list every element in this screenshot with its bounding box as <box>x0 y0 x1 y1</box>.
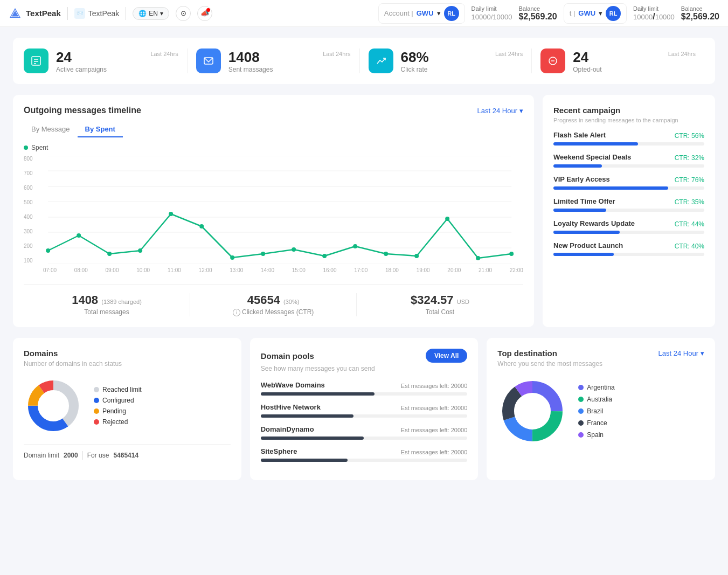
app-icon-area: 📨 TextPeak <box>74 8 120 19</box>
legend-color-0 <box>94 387 99 392</box>
legend-label-0: Reached limit <box>102 386 142 393</box>
stats-row: 24 Active campaigns Last 24hrs 1408 Sent… <box>13 38 715 84</box>
campaign-name-0: Flash Sale Alert <box>553 131 606 139</box>
svg-point-26 <box>322 254 327 258</box>
dest-time-filter[interactable]: Last 24 Hour ▾ <box>658 349 704 357</box>
dest-content: Argentina Australia Brazil France <box>497 376 704 446</box>
dest-chevron: ▾ <box>701 349 704 357</box>
pool-bar-fill-3 <box>261 459 348 462</box>
click-rate-sub: Last 24hrs <box>495 51 523 57</box>
ctr-val: 45654 (30%) <box>199 293 348 307</box>
campaign-name-2: VIP Early Access <box>553 175 610 183</box>
account-selector-2[interactable]: t | GWU ▾ RL <box>564 3 627 24</box>
account-selector[interactable]: Account | GWU ▾ RL <box>378 3 465 24</box>
campaign-item-0: Flash Sale Alert CTR: 56% <box>553 131 704 146</box>
tab-by-spent[interactable]: By Spent <box>78 122 123 137</box>
timeline-footer: 1408 (1389 charged) Total messages 45654… <box>24 284 523 316</box>
click-rate-num: 68% <box>401 49 488 66</box>
dest-color-australia <box>578 397 584 402</box>
lang-label: EN <box>149 10 158 17</box>
campaign-ctr-3: CTR: 35% <box>675 198 704 206</box>
timeline-card: Outgoing messages timeline Last 24 Hour … <box>13 95 534 327</box>
legend-color-2 <box>94 408 99 414</box>
campaign-ctr-0: CTR: 56% <box>675 132 704 140</box>
footer-ctr: 45654 (30%) i Clicked Messages (CTR) <box>190 293 357 316</box>
y-axis-labels: 800 700 600 500 400 300 200 100 <box>24 156 36 264</box>
click-rate-info: 68% Click rate <box>401 49 488 73</box>
legend-item-1: Configured <box>94 397 142 404</box>
domain-use-value: 5465414 <box>113 452 138 459</box>
destination-legend: Argentina Australia Brazil France <box>578 384 614 439</box>
campaigns-list: Flash Sale Alert CTR: 56% Weekend Specia… <box>553 131 704 256</box>
account-chevron-2: ▾ <box>599 9 602 17</box>
legend-color-1 <box>94 398 99 403</box>
svg-point-22 <box>199 224 204 228</box>
opted-out-sub: Last 24hrs <box>668 51 696 57</box>
opted-out-label: Opted-out <box>573 66 660 73</box>
svg-point-37 <box>38 391 68 421</box>
sent-messages-num: 1408 <box>228 49 315 66</box>
total-messages-sub: (1389 charged) <box>101 299 142 305</box>
account-chevron: ▾ <box>437 9 441 17</box>
pool-name-0: WebWave Domains <box>261 381 325 389</box>
domain-limit-value: 2000 <box>64 452 78 459</box>
svg-point-18 <box>77 233 81 238</box>
click-rate-icon <box>369 49 393 73</box>
balance-label-2: Balance <box>681 5 719 12</box>
notifications-button[interactable]: 📣 <box>197 6 212 21</box>
timeline-time-filter[interactable]: Last 24 Hour ▾ <box>477 107 523 115</box>
campaign-row-0: Flash Sale Alert CTR: 56% <box>553 131 704 140</box>
campaign-progress-bg-2 <box>553 186 704 190</box>
svg-point-31 <box>476 256 480 260</box>
domain-use-label: For use <box>87 452 109 459</box>
opted-out-icon <box>540 49 565 73</box>
domains-title: Domains <box>24 349 231 358</box>
dest-color-argentina <box>578 385 584 390</box>
chart-legend: Spent <box>24 144 523 151</box>
main-content: 24 Active campaigns Last 24hrs 1408 Sent… <box>0 27 728 491</box>
legend-label-3: Rejected <box>102 418 128 426</box>
dest-color-spain <box>578 432 584 438</box>
campaign-row-4: Loyalty Rewards Update CTR: 44% <box>553 219 704 228</box>
pool-est-1: Est messages left: 20000 <box>401 405 468 411</box>
pools-sub: See how many messages you can send <box>261 365 468 372</box>
pool-item-3: SiteSphere Est messages left: 20000 <box>261 447 468 462</box>
top-destination-card: Top destination Last 24 Hour ▾ Where you… <box>487 338 715 480</box>
campaign-progress-fill-5 <box>553 253 614 256</box>
sent-messages-info: 1408 Sent massages <box>228 49 315 73</box>
campaign-item-4: Loyalty Rewards Update CTR: 44% <box>553 219 704 234</box>
pool-bar-bg-0 <box>261 392 468 396</box>
lang-chevron: ▾ <box>160 10 163 17</box>
pool-row-0: WebWave Domains Est messages left: 20000 <box>261 381 468 390</box>
campaign-ctr-1: CTR: 32% <box>675 154 704 162</box>
dest-header: Top destination Last 24 Hour ▾ <box>497 349 704 358</box>
balance-label-1: Balance <box>518 5 557 12</box>
ctr-label: i Clicked Messages (CTR) <box>199 308 348 316</box>
campaign-item-1: Weekend Special Deals CTR: 32% <box>553 153 704 168</box>
pools-header: Domain pools View All <box>261 349 468 363</box>
campaign-progress-fill-1 <box>553 164 602 168</box>
view-all-button[interactable]: View All <box>426 349 467 363</box>
pool-row-3: SiteSphere Est messages left: 20000 <box>261 447 468 456</box>
recent-campaign-title: Recent campaign <box>553 106 704 115</box>
help-button[interactable]: ⊙ <box>176 6 191 21</box>
active-campaigns-label: Active campaigns <box>56 66 143 73</box>
sent-messages-icon <box>196 49 221 73</box>
campaign-progress-fill-0 <box>553 142 638 146</box>
stat-opted-out: 24 Opted-out Last 24hrs <box>540 49 704 73</box>
balance-value-2: $2,569.20 <box>681 12 719 22</box>
opted-out-num: 24 <box>573 49 660 66</box>
daily-limit-label-2: Daily limit <box>633 5 658 12</box>
dest-legend-france: France <box>578 419 614 427</box>
app-name: TextPeak <box>26 9 61 18</box>
account-label: Account | <box>384 9 413 17</box>
dest-color-brazil <box>578 408 584 414</box>
balance-1: Balance $2,569.20 <box>518 5 557 22</box>
pool-est-0: Est messages left: 20000 <box>401 383 468 389</box>
pools-title: Domain pools <box>261 351 314 361</box>
header-divider-2 <box>126 7 126 20</box>
dest-label-spain: Spain <box>587 431 604 439</box>
language-selector[interactable]: 🌐 EN ▾ <box>133 7 169 20</box>
campaign-ctr-2: CTR: 76% <box>675 176 704 184</box>
tab-by-message[interactable]: By Message <box>24 122 78 137</box>
